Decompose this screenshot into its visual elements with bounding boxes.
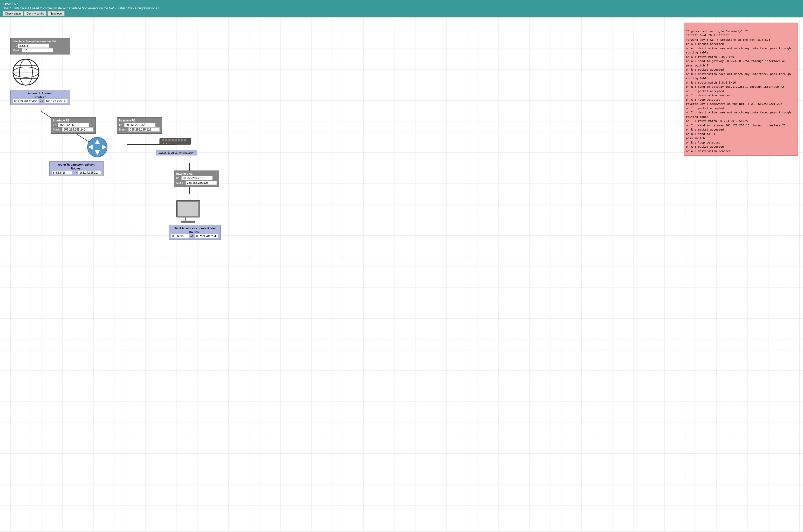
client-route-row: => (171, 234, 218, 238)
svg-rect-28 (178, 139, 180, 141)
connection-lines (0, 17, 803, 531)
router-route-dest[interactable] (52, 171, 72, 175)
internet-ip-row: IP : (13, 43, 68, 48)
r1-ip-row: IP : (119, 123, 159, 127)
interface-r1-title: Interface R1 (119, 119, 159, 122)
client-route-arrow: => (190, 234, 194, 238)
r2-ip-input[interactable] (58, 123, 89, 127)
router-label: router R: (58, 163, 71, 166)
r2-ip-row: IP : (53, 123, 93, 127)
log-panel: ** generated for login "vismaily" ** ***… (684, 23, 798, 156)
router-route-gw[interactable] (78, 171, 101, 175)
interface-r2-box: Interface R2 IP : Mask : (51, 117, 96, 134)
switch-label: switch S: (158, 151, 171, 154)
page-title: Level 6 : (3, 2, 800, 6)
interface-somewhere-title: Interface Somewhere on the Net (13, 40, 68, 43)
interface-a1-box: Interface A1 IP : Mask : (174, 171, 219, 187)
svg-rect-35 (178, 202, 198, 216)
internet-ip-input[interactable] (18, 43, 49, 48)
internet-route-dest[interactable] (13, 99, 39, 103)
internet-route-gw[interactable] (44, 99, 68, 103)
a1-ip-label: IP : (176, 176, 180, 179)
internet-route-arrow: => (40, 99, 43, 103)
router-device-name: router R: gate.non-real.com (52, 163, 101, 166)
a1-ip-row: IP : (176, 176, 217, 180)
client-label: client A: (174, 227, 186, 230)
main-canvas: Interface Somewhere on the Net IP : Mask… (0, 17, 803, 531)
a1-mask-input[interactable] (186, 180, 217, 185)
r2-mask-input[interactable] (62, 128, 93, 132)
client-device-box: client A: webserv.non-real.com Routes : … (169, 225, 221, 240)
get-config-button[interactable]: Get my config (24, 11, 46, 16)
interface-r2-title: Interface R2 (53, 119, 93, 122)
svg-rect-36 (185, 217, 186, 221)
interface-a1-title: Interface A1 (176, 172, 217, 175)
header-buttons: Check again Get my config Next level (3, 11, 800, 16)
internet-label-italic: Internet (42, 92, 52, 95)
router-device-box: router R: gate.non-real.com Routes : => (49, 162, 104, 176)
client-route-gw[interactable] (195, 234, 218, 238)
internet-device-box: internet I: Internet Routes : => (11, 90, 70, 105)
r1-ip-label: IP : (119, 123, 123, 126)
svg-point-31 (163, 143, 164, 144)
internet-device-name: internet I: Internet (13, 92, 68, 95)
interface-somewhere-box: Interface Somewhere on the Net IP : Mask… (11, 38, 70, 55)
svg-point-32 (166, 143, 167, 144)
header: Level 6 : Goal 1 : Interface A1 need to … (0, 0, 803, 17)
internet-ip-label: IP : (13, 44, 17, 47)
computer-icon-node (174, 199, 203, 226)
r1-ip-input[interactable] (124, 123, 155, 127)
client-route-dest[interactable] (171, 234, 189, 238)
client-routes-label: Routes : (171, 230, 218, 233)
a1-mask-row: Mask : (176, 180, 217, 185)
svg-rect-24 (165, 139, 167, 141)
r2-mask-label: Mask : (53, 128, 61, 131)
svg-rect-23 (162, 139, 164, 141)
router-route-row: => (52, 171, 101, 175)
internet-node: Interface Somewhere on the Net IP : Mask… (11, 38, 70, 105)
svg-point-33 (169, 143, 170, 144)
svg-rect-29 (181, 139, 183, 141)
r1-mask-row: Mask : (119, 128, 159, 132)
interface-a1-node: Interface A1 IP : Mask : (174, 171, 219, 187)
router-icon (80, 134, 114, 157)
check-again-button[interactable]: Check again (3, 11, 23, 16)
svg-rect-30 (184, 139, 186, 141)
router-routes-label: Routes : (52, 167, 101, 170)
next-level-button[interactable]: Next level (47, 11, 64, 16)
a1-mask-label: Mask : (176, 181, 185, 184)
client-label-italic: webserv.non-real.com (186, 227, 216, 230)
svg-rect-27 (175, 139, 177, 141)
internet-routes-label: Routes : (13, 95, 68, 99)
router-device-node: router R: gate.non-real.com Routes : => (49, 162, 104, 176)
svg-rect-37 (181, 221, 195, 223)
r1-mask-input[interactable] (129, 128, 159, 132)
internet-mask-input[interactable] (22, 48, 53, 53)
level-label: Level 6 : (3, 2, 18, 6)
router-icon-node (80, 134, 114, 158)
interface-r1-node: Interface R1 IP : Mask : (117, 117, 162, 134)
globe-icon (11, 57, 41, 88)
internet-route-row: => (13, 99, 68, 103)
client-device-name: client A: webserv.non-real.com (171, 227, 218, 230)
computer-icon (174, 199, 203, 225)
log-content: ** generated for login "vismaily" ** ***… (686, 30, 791, 153)
client-device-node: client A: webserv.non-real.com Routes : … (169, 225, 221, 240)
r2-ip-label: IP : (53, 123, 57, 126)
r1-mask-label: Mask : (119, 128, 128, 131)
switch-icon-node (158, 135, 192, 148)
switch-icon (158, 135, 192, 147)
interface-r2-node: Interface R2 IP : Mask : (51, 117, 96, 134)
router-label-italic: gate.non-real.com (71, 163, 95, 166)
switch-label-italic: sw-1.non-real.com (171, 151, 194, 154)
internet-mask-row: Mask : (13, 48, 68, 53)
internet-label: internet I: (28, 92, 42, 95)
svg-rect-26 (172, 139, 174, 141)
switch-device-node: switch S: sw-1.non-real.com (156, 150, 197, 155)
interface-r1-box: Interface R1 IP : Mask : (117, 117, 162, 134)
a1-ip-input[interactable] (181, 176, 213, 180)
internet-mask-label: Mask : (13, 49, 21, 52)
goal-text: Goal 1 : Interface A1 need to communicat… (3, 6, 800, 10)
switch-box: switch S: sw-1.non-real.com (156, 150, 197, 155)
r2-mask-row: Mask : (53, 128, 93, 132)
